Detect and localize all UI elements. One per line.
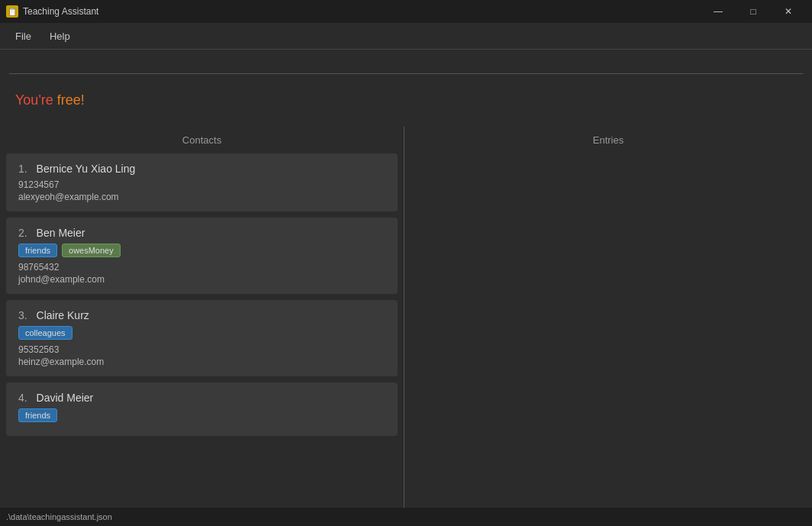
status-path: .\data\teachingassistant.json: [6, 512, 112, 521]
tag-owesmoney-2: owesMoney: [62, 244, 121, 257]
contact-tags-4: friends: [18, 408, 385, 422]
contact-num-1: 1.: [18, 163, 27, 175]
contact-phone-3: 95352563: [18, 344, 385, 355]
contact-card-1[interactable]: 1. Bernice Yu Xiao Ling 91234567 alexyeo…: [6, 153, 398, 211]
entries-header: Entries: [404, 127, 812, 153]
contact-name-3: 3. Claire Kurz: [18, 309, 385, 321]
contacts-header: Contacts: [0, 127, 404, 153]
contact-num-4: 4.: [18, 392, 27, 404]
free-prefix: You're: [15, 92, 57, 108]
contact-num-3: 3.: [18, 309, 27, 321]
contact-phone-1: 91234567: [18, 179, 385, 190]
minimize-button[interactable]: —: [701, 0, 736, 23]
contact-email-2: johnd@example.com: [18, 274, 385, 285]
status-bar: .\data\teachingassistant.json: [0, 508, 812, 526]
contacts-panel: Contacts 1. Bernice Yu Xiao Ling 9123456…: [0, 127, 404, 508]
free-area: You're free!: [0, 80, 812, 127]
tag-colleagues-3: colleagues: [18, 326, 72, 340]
entries-panel: Entries: [404, 127, 812, 508]
free-message: You're free!: [15, 92, 797, 108]
contact-tags-3: colleagues: [18, 326, 385, 340]
contact-email-1: alexyeoh@example.com: [18, 192, 385, 202]
title-bar: 📋 Teaching Assistant — □ ✕: [0, 0, 812, 23]
maximize-button[interactable]: □: [736, 0, 771, 23]
window-controls: — □ ✕: [701, 0, 806, 23]
contact-fullname-4: David Meier: [37, 392, 94, 404]
search-area: [0, 50, 812, 80]
main-content: Contacts 1. Bernice Yu Xiao Ling 9123456…: [0, 127, 812, 508]
menu-bar: File Help: [0, 23, 812, 50]
close-button[interactable]: ✕: [771, 0, 806, 23]
contact-fullname-2: Ben Meier: [37, 227, 85, 239]
title-bar-left: 📋 Teaching Assistant: [6, 5, 98, 18]
contact-card-4[interactable]: 4. David Meier friends: [6, 382, 398, 436]
contact-phone-2: 98765432: [18, 262, 385, 273]
contact-email-3: heinz@example.com: [18, 357, 385, 367]
contact-name-4: 4. David Meier: [18, 392, 385, 404]
contact-tags-2: friends owesMoney: [18, 244, 385, 257]
search-input[interactable]: [9, 56, 803, 74]
app-title: Teaching Assistant: [23, 6, 98, 17]
contact-name-1: 1. Bernice Yu Xiao Ling: [18, 163, 385, 175]
contact-num-2: 2.: [18, 227, 27, 239]
contact-card-2[interactable]: 2. Ben Meier friends owesMoney 98765432 …: [6, 218, 398, 294]
contact-fullname-3: Claire Kurz: [37, 309, 89, 321]
tag-friends-4: friends: [18, 408, 57, 422]
menu-file[interactable]: File: [6, 27, 40, 45]
contact-fullname-1: Bernice Yu Xiao Ling: [37, 163, 136, 175]
free-highlight: free!: [57, 92, 85, 108]
contact-card-3[interactable]: 3. Claire Kurz colleagues 95352563 heinz…: [6, 300, 398, 376]
contact-name-2: 2. Ben Meier: [18, 227, 385, 239]
app-icon: 📋: [6, 5, 18, 18]
contacts-list[interactable]: 1. Bernice Yu Xiao Ling 91234567 alexyeo…: [0, 153, 404, 508]
menu-help[interactable]: Help: [40, 27, 79, 45]
tag-friends-2: friends: [18, 244, 57, 257]
